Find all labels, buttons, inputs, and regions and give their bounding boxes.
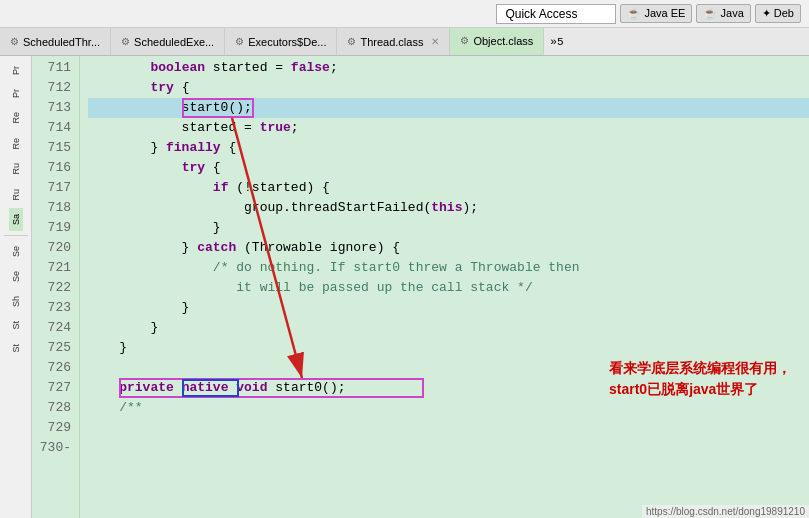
tab-icon-5: ⚙ — [460, 35, 469, 46]
line-num-723: 723 — [32, 298, 71, 318]
line-num-713: 713 — [32, 98, 71, 118]
tab-icon-2: ⚙ — [121, 36, 130, 47]
tab-label-3: Executors$De... — [248, 36, 326, 48]
tab-icon-1: ⚙ — [10, 36, 19, 47]
line-num-712: 712 — [32, 78, 71, 98]
line-num-724: 724 — [32, 318, 71, 338]
main-area: Pr Pr Re Re Ru Ru Sa Se Se Sh St St 711 … — [0, 56, 809, 518]
toolbar: Quick Access ☕ Java EE ☕ Java ✦ Deb — [0, 0, 809, 28]
code-line-719: } — [88, 218, 809, 238]
tab-object-class[interactable]: ⚙ Object.class — [450, 28, 544, 55]
line-num-716: 716 — [32, 158, 71, 178]
sidebar-item-re[interactable]: Re — [9, 106, 23, 130]
tab-close-4[interactable]: ✕ — [431, 36, 439, 47]
sidebar-item-sh[interactable]: Sh — [9, 290, 23, 313]
sidebar-item-ru2[interactable]: Ru — [9, 183, 23, 207]
code-line-723: } — [88, 298, 809, 318]
sidebar-item-ru[interactable]: Ru — [9, 157, 23, 181]
tab-overflow[interactable]: »5 — [544, 28, 569, 55]
code-line-721: /* do nothing. If start0 threw a Throwab… — [88, 258, 809, 278]
code-line-715: } finally { — [88, 138, 809, 158]
line-num-711: 711 — [32, 58, 71, 78]
line-num-725: 725 — [32, 338, 71, 358]
code-line-728: /** — [88, 398, 809, 418]
line-numbers: 711 712 713 714 715 716 717 718 719 720 … — [32, 56, 80, 518]
code-line-722: it will be passed up the call stack */ — [88, 278, 809, 298]
code-line-730 — [88, 438, 809, 458]
sidebar-item-se2[interactable]: Se — [9, 265, 23, 288]
code-line-712: try { — [88, 78, 809, 98]
line-num-719: 719 — [32, 218, 71, 238]
tab-bar: ⚙ ScheduledThr... ⚙ ScheduledExe... ⚙ Ex… — [0, 28, 809, 56]
line-num-718: 718 — [32, 198, 71, 218]
tab-label-1: ScheduledThr... — [23, 36, 100, 48]
tab-icon-3: ⚙ — [235, 36, 244, 47]
line-num-727: 727 — [32, 378, 71, 398]
code-line-718: group.threadStartFailed(this); — [88, 198, 809, 218]
code-line-729 — [88, 418, 809, 438]
code-line-724: } — [88, 318, 809, 338]
line-num-714: 714 — [32, 118, 71, 138]
line-num-722: 722 — [32, 278, 71, 298]
code-line-714: started = true; — [88, 118, 809, 138]
code-lines: boolean started = false; try { start0();… — [80, 56, 809, 518]
sidebar-item-st2[interactable]: St — [9, 338, 23, 359]
sidebar-item-st[interactable]: St — [9, 315, 23, 336]
java-button[interactable]: ☕ Java — [696, 4, 750, 23]
line-num-730: 730- — [32, 438, 71, 458]
tab-label-2: ScheduledExe... — [134, 36, 214, 48]
code-line-720: } catch (Throwable ignore) { — [88, 238, 809, 258]
code-area[interactable]: 711 712 713 714 715 716 717 718 719 720 … — [32, 56, 809, 518]
tab-label-5: Object.class — [473, 35, 533, 47]
quick-access-input[interactable]: Quick Access — [496, 4, 616, 24]
sidebar-divider — [4, 235, 28, 236]
tab-label-4: Thread.class — [360, 36, 423, 48]
code-line-717: if (!started) { — [88, 178, 809, 198]
code-line-716: try { — [88, 158, 809, 178]
sidebar: Pr Pr Re Re Ru Ru Sa Se Se Sh St St — [0, 56, 32, 518]
sidebar-item-se[interactable]: Se — [9, 240, 23, 263]
debug-button[interactable]: ✦ Deb — [755, 4, 801, 23]
tab-executors[interactable]: ⚙ Executors$De... — [225, 28, 337, 55]
sidebar-item-sa[interactable]: Sa — [9, 208, 23, 231]
code-line-711: boolean started = false; — [88, 58, 809, 78]
sidebar-item-pr2[interactable]: Pr — [9, 83, 23, 104]
code-line-725: } — [88, 338, 809, 358]
tab-scheduled-thr[interactable]: ⚙ ScheduledThr... — [0, 28, 111, 55]
sidebar-item-re2[interactable]: Re — [9, 132, 23, 156]
java-ee-button[interactable]: ☕ Java EE — [620, 4, 692, 23]
line-num-726: 726 — [32, 358, 71, 378]
sidebar-item-pr[interactable]: Pr — [9, 60, 23, 81]
line-num-729: 729 — [32, 418, 71, 438]
line-num-728: 728 — [32, 398, 71, 418]
tab-icon-4: ⚙ — [347, 36, 356, 47]
tab-scheduled-exe[interactable]: ⚙ ScheduledExe... — [111, 28, 225, 55]
code-line-727: private native void start0(); — [88, 378, 809, 398]
line-num-715: 715 — [32, 138, 71, 158]
code-container: 711 712 713 714 715 716 717 718 719 720 … — [32, 56, 809, 518]
tab-thread-class[interactable]: ⚙ Thread.class ✕ — [337, 28, 450, 55]
line-num-721: 721 — [32, 258, 71, 278]
line-num-717: 717 — [32, 178, 71, 198]
code-line-726 — [88, 358, 809, 378]
code-line-713: start0(); — [88, 98, 809, 118]
line-num-720: 720 — [32, 238, 71, 258]
